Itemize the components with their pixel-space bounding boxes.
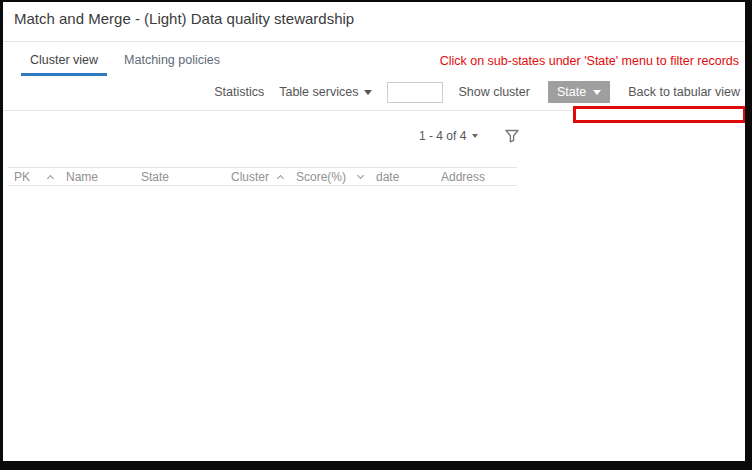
page-range-label: 1 - 4 of 4 — [419, 129, 466, 143]
show-cluster-button[interactable]: Show cluster — [458, 85, 530, 99]
page-range-dropdown[interactable]: 1 - 4 of 4 — [419, 129, 478, 143]
pagination: 1 - 4 of 4 — [419, 129, 519, 143]
app-window: Match and Merge - (Light) Data quality s… — [0, 0, 752, 470]
state-button-label: State — [557, 85, 586, 99]
column-header-label: Score(%) — [296, 170, 346, 184]
column-header-label: Name — [66, 170, 98, 184]
filter-funnel-icon[interactable] — [505, 129, 519, 143]
table-header-row: PKNameStateClusterScore(%)dateAddress — [8, 167, 517, 186]
sort-asc-icon — [47, 174, 54, 181]
column-header-label: date — [376, 170, 399, 184]
annotation-text: Click on sub-states under 'State' menu t… — [440, 54, 739, 68]
sort-asc-icon — [277, 174, 284, 181]
toolbar: Statistics Table services Show cluster S… — [214, 81, 740, 103]
back-to-tabular-view-button[interactable]: Back to tabular view — [628, 85, 740, 99]
chevron-down-icon — [364, 90, 372, 95]
chevron-down-icon — [593, 90, 601, 95]
filter-input[interactable] — [387, 82, 443, 103]
column-header-label: State — [141, 170, 169, 184]
table-services-button[interactable]: Table services — [279, 85, 372, 99]
sort-desc-icon — [357, 172, 364, 179]
column-header-state[interactable]: State — [135, 168, 225, 185]
column-header-cluster[interactable]: Cluster — [225, 168, 290, 185]
column-header-date[interactable]: date — [370, 168, 435, 185]
column-header-pk[interactable]: PK — [8, 168, 60, 185]
tab-bar: Cluster view Matching policies — [30, 53, 220, 75]
title-divider — [3, 41, 745, 42]
column-header-label: Cluster — [231, 170, 269, 184]
column-header-label: PK — [14, 170, 30, 184]
column-header-name[interactable]: Name — [60, 168, 135, 185]
statistics-label: Statistics — [214, 85, 264, 99]
tab-matching-policies[interactable]: Matching policies — [124, 53, 220, 75]
page-title: Match and Merge - (Light) Data quality s… — [14, 10, 354, 27]
state-menu — [573, 106, 746, 123]
tab-cluster-view[interactable]: Cluster view — [30, 53, 98, 75]
statistics-button[interactable]: Statistics — [214, 85, 264, 99]
column-header-label: Address — [441, 170, 485, 184]
column-header-address[interactable]: Address — [435, 168, 517, 185]
show-cluster-label: Show cluster — [458, 85, 530, 99]
table-services-label: Table services — [279, 85, 358, 99]
chevron-down-icon — [472, 134, 478, 138]
back-label: Back to tabular view — [628, 85, 740, 99]
records-table: PKNameStateClusterScore(%)dateAddress — [8, 167, 517, 186]
column-header-score[interactable]: Score(%) — [290, 168, 370, 185]
state-menu-button[interactable]: State — [548, 81, 610, 103]
active-tab-indicator — [21, 73, 107, 76]
